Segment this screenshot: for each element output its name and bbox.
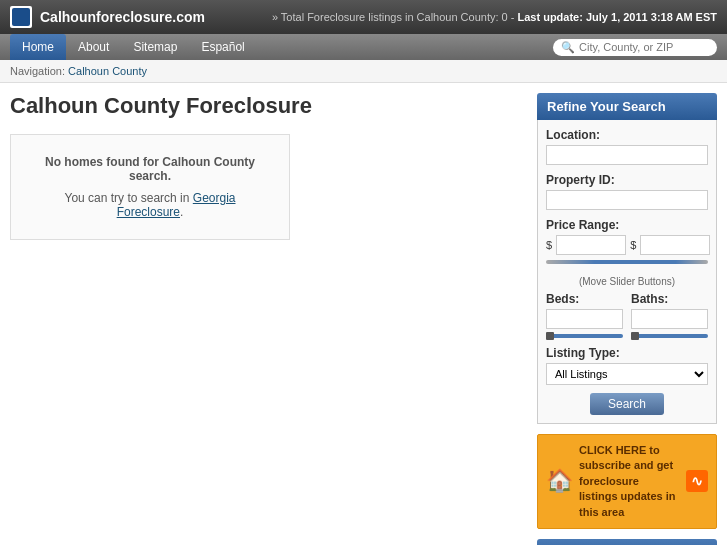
site-logo <box>10 6 32 28</box>
content-area: Calhoun County Foreclosure No homes foun… <box>10 93 527 545</box>
last-update-value: July 1, 2011 3:18 AM EST <box>586 11 717 23</box>
refine-body: Location: Property ID: Price Range: $ $ … <box>537 120 717 424</box>
breadcrumb-link[interactable]: Calhoun County <box>68 65 147 77</box>
rss-icon: ∿ <box>686 470 708 492</box>
no-results-main: No homes found for Calhoun County search… <box>31 155 269 183</box>
listing-type-label: Listing Type: <box>546 346 708 360</box>
header: Calhounforeclosure.com » Total Foreclosu… <box>0 0 727 34</box>
price-range-label: Price Range: <box>546 218 708 232</box>
subscribe-text: CLICK HERE to subscribe and get foreclos… <box>579 443 680 520</box>
property-id-input[interactable] <box>546 190 708 210</box>
breadcrumb: Navigation: Calhoun County <box>0 60 727 83</box>
nav-search-input[interactable] <box>579 41 709 53</box>
last-update-label: Last update: <box>517 11 582 23</box>
price-slider[interactable] <box>546 260 708 274</box>
site-logo-inner <box>12 8 30 26</box>
nav-item-espanol[interactable]: Español <box>189 34 256 60</box>
page-title: Calhoun County Foreclosure <box>10 93 527 119</box>
no-results-sub-text: You can try to search in <box>64 191 189 205</box>
navbar: Home About Sitemap Español 🔍 <box>0 34 727 60</box>
breadcrumb-prefix: Navigation: <box>10 65 65 77</box>
price-to-input[interactable] <box>640 235 710 255</box>
nav-links: Home About Sitemap Español <box>10 34 257 60</box>
no-results-box: No homes found for Calhoun County search… <box>10 134 290 240</box>
price-to-prefix: $ <box>630 239 636 251</box>
search-button[interactable]: Search <box>590 393 664 415</box>
price-from-input[interactable] <box>556 235 626 255</box>
baths-slider[interactable] <box>631 334 708 338</box>
search-icon: 🔍 <box>561 41 575 54</box>
refine-header: Refine Your Search <box>537 93 717 120</box>
main-content: Calhoun County Foreclosure No homes foun… <box>0 83 727 545</box>
nav-item-sitemap[interactable]: Sitemap <box>121 34 189 60</box>
beds-input[interactable] <box>546 309 623 329</box>
header-left: Calhounforeclosure.com <box>10 6 205 28</box>
beds-slider-thumb <box>546 332 554 340</box>
beds-baths-row: Beds: Baths: <box>546 292 708 338</box>
beds-slider[interactable] <box>546 334 623 338</box>
baths-col: Baths: <box>631 292 708 338</box>
sidebar: Refine Your Search Location: Property ID… <box>537 93 717 545</box>
baths-slider-thumb <box>631 332 639 340</box>
baths-input[interactable] <box>631 309 708 329</box>
nav-item-about[interactable]: About <box>66 34 121 60</box>
header-tagline: » Total Foreclosure listings in Calhoun … <box>272 11 717 23</box>
tagline-text: Total Foreclosure listings in Calhoun Co… <box>281 11 515 23</box>
location-label: Location: <box>546 128 708 142</box>
slider-hint: (Move Slider Buttons) <box>546 276 708 287</box>
beds-label: Beds: <box>546 292 623 306</box>
price-from-prefix: $ <box>546 239 552 251</box>
house-icon: 🏠 <box>546 468 573 494</box>
property-id-label: Property ID: <box>546 173 708 187</box>
subscribe-banner[interactable]: 🏠 CLICK HERE to subscribe and get forecl… <box>537 434 717 529</box>
nav-item-home[interactable]: Home <box>10 34 66 60</box>
location-input[interactable] <box>546 145 708 165</box>
baths-label: Baths: <box>631 292 708 306</box>
price-row: $ $ <box>546 235 708 255</box>
nav-search-box: 🔍 <box>553 39 717 56</box>
latest-listings-header: Latest Listings <box>537 539 717 545</box>
site-title: Calhounforeclosure.com <box>40 9 205 25</box>
no-results-suffix: . <box>180 205 183 219</box>
listing-type-select[interactable]: All Listings <box>546 363 708 385</box>
price-slider-track <box>546 260 708 264</box>
no-results-sub: You can try to search in Georgia Foreclo… <box>31 191 269 219</box>
beds-col: Beds: <box>546 292 623 338</box>
